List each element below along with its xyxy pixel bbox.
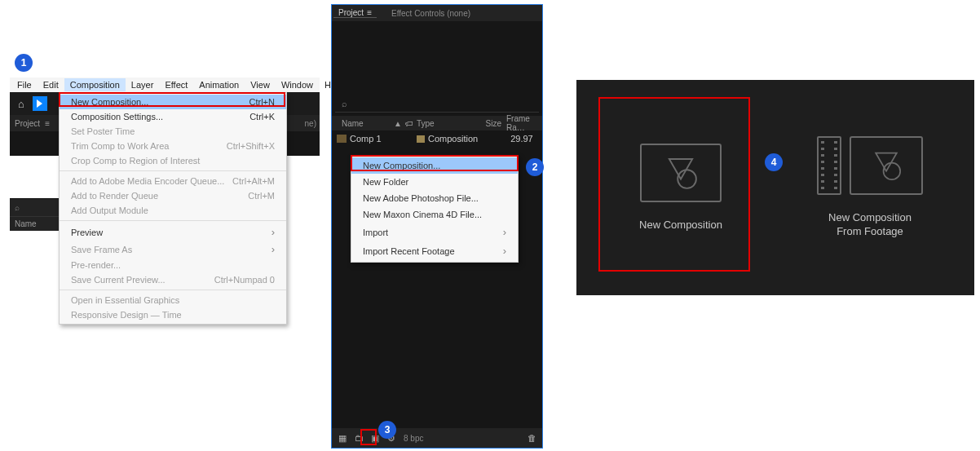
menuitem-shortcut: Ctrl+K bbox=[249, 112, 275, 122]
menuitem-label: Crop Comp to Region of Interest bbox=[71, 156, 200, 166]
menuitem-shortcut: Ctrl+N bbox=[249, 97, 275, 107]
item-frame-rate: 29.97 bbox=[505, 134, 537, 144]
card-label: New Composition From Footage bbox=[828, 211, 912, 239]
ctx-new-folder[interactable]: New Folder bbox=[351, 174, 518, 190]
card-new-composition[interactable]: New Composition bbox=[609, 108, 753, 268]
menuitem-label: New Adobe Photoshop File... bbox=[363, 193, 479, 203]
menuitem-preview[interactable]: Preview bbox=[60, 223, 286, 241]
col-size[interactable]: Size bbox=[474, 119, 501, 128]
label-column-icon[interactable]: 🏷 bbox=[405, 119, 417, 128]
label-line1: New Composition bbox=[828, 211, 912, 223]
card-new-composition-from-footage[interactable]: New Composition From Footage bbox=[798, 108, 942, 268]
panel-composition-menu: File Edit Composition Layer Effect Anima… bbox=[10, 77, 320, 156]
project-column-name[interactable]: Name bbox=[10, 216, 59, 231]
menuitem-label: Preview bbox=[71, 228, 103, 237]
svg-marker-0 bbox=[669, 159, 692, 179]
menuitem-label: Responsive Design — Time bbox=[71, 310, 182, 320]
menuitem-label: Add to Render Queue bbox=[71, 191, 158, 201]
sort-asc-icon[interactable]: ▲ bbox=[394, 119, 405, 128]
ctx-import[interactable]: Import bbox=[351, 223, 518, 241]
new-folder-icon[interactable]: 🗀 bbox=[351, 431, 366, 445]
menuitem-label: Import Recent Footage bbox=[363, 246, 455, 256]
menu-composition[interactable]: Composition bbox=[64, 78, 126, 91]
menuitem-crop-comp: Crop Comp to Region of Interest bbox=[60, 153, 286, 168]
project-search[interactable]: ⌕ bbox=[10, 198, 59, 216]
menuitem-shortcut: Ctrl+M bbox=[248, 191, 275, 201]
menu-separator bbox=[60, 170, 286, 171]
item-name: Comp 1 bbox=[350, 134, 382, 144]
item-type: Composition bbox=[428, 134, 478, 144]
tab-project[interactable]: Project bbox=[338, 8, 364, 17]
col-frame-rate[interactable]: Frame Ra… bbox=[501, 114, 537, 132]
menu-separator bbox=[60, 290, 286, 290]
menuitem-label: Set Poster Time bbox=[71, 126, 135, 136]
tabbar-remainder: ne) bbox=[287, 115, 320, 131]
step-badge-4: 4 bbox=[765, 153, 783, 171]
menuitem-label: Add Output Module bbox=[71, 206, 148, 215]
menuitem-ame-queue: Add to Adobe Media Encoder Queue...Ctrl+… bbox=[60, 174, 286, 188]
menu-effect[interactable]: Effect bbox=[159, 78, 193, 91]
submenu-arrow-icon bbox=[271, 226, 275, 238]
panel-menu-icon[interactable]: ≡ bbox=[45, 119, 49, 128]
app-menubar: File Edit Composition Layer Effect Anima… bbox=[10, 77, 320, 92]
menuitem-essential-graphics: Open in Essential Graphics bbox=[60, 293, 286, 307]
ctx-new-photoshop[interactable]: New Adobe Photoshop File... bbox=[351, 190, 518, 206]
play-icon[interactable] bbox=[33, 96, 47, 111]
submenu-arrow-icon bbox=[271, 243, 275, 255]
menuitem-label: Composition Settings... bbox=[71, 112, 163, 122]
project-search[interactable]: ⌕ bbox=[335, 95, 539, 113]
project-column-header: Name ▲ 🏷 Type Size Frame Ra… bbox=[332, 116, 542, 130]
menuitem-shortcut: Ctrl+Alt+M bbox=[232, 176, 275, 186]
submenu-arrow-icon bbox=[503, 226, 506, 238]
ctx-import-recent[interactable]: Import Recent Footage bbox=[351, 241, 518, 260]
menu-window[interactable]: Window bbox=[276, 78, 319, 91]
interpret-footage-icon[interactable]: ▦ bbox=[335, 431, 350, 445]
svg-marker-2 bbox=[876, 153, 897, 171]
tab-effect-controls[interactable]: Effect Controls (none) bbox=[391, 9, 470, 18]
col-name[interactable]: Name bbox=[337, 119, 394, 128]
ctx-new-composition[interactable]: New Composition... bbox=[351, 157, 518, 174]
delete-icon[interactable]: 🗑 bbox=[524, 431, 539, 445]
menuitem-save-frame-as: Save Frame As bbox=[60, 241, 286, 258]
menuitem-composition-settings[interactable]: Composition Settings... Ctrl+K bbox=[60, 109, 286, 124]
submenu-arrow-icon bbox=[503, 245, 506, 257]
project-tab[interactable]: Project bbox=[15, 119, 40, 128]
home-icon[interactable]: ⌂ bbox=[13, 96, 29, 112]
menuitem-responsive-design: Responsive Design — Time bbox=[60, 307, 286, 322]
menu-layer[interactable]: Layer bbox=[126, 78, 160, 91]
col-type[interactable]: Type bbox=[417, 119, 474, 128]
menu-edit[interactable]: Edit bbox=[38, 78, 64, 91]
project-tabs: Project≡ Effect Controls (none) bbox=[332, 5, 542, 21]
filmstrip-icon bbox=[817, 136, 841, 195]
toolbar-remainder bbox=[287, 92, 320, 115]
new-composition-art bbox=[640, 144, 722, 202]
menuitem-label: Pre-render... bbox=[71, 260, 121, 270]
menuitem-label: New Composition... bbox=[363, 161, 440, 170]
label-line2: From Footage bbox=[837, 225, 903, 237]
menuitem-label: New Folder bbox=[363, 177, 408, 187]
composition-dropdown: New Composition... Ctrl+N Composition Se… bbox=[59, 92, 287, 325]
from-footage-art bbox=[817, 136, 923, 195]
project-thumbnail-area bbox=[332, 21, 542, 95]
step-badge-3: 3 bbox=[378, 421, 396, 439]
search-icon: ⌕ bbox=[15, 203, 20, 212]
menu-separator bbox=[60, 220, 286, 221]
menuitem-label: Open in Essential Graphics bbox=[71, 295, 179, 305]
search-icon: ⌕ bbox=[342, 99, 347, 108]
menu-file[interactable]: File bbox=[11, 78, 38, 91]
panel-menu-icon[interactable]: ≡ bbox=[367, 8, 372, 17]
ctx-new-c4d[interactable]: New Maxon Cinema 4D File... bbox=[351, 206, 518, 223]
menu-animation[interactable]: Animation bbox=[193, 78, 245, 91]
step-badge-2: 2 bbox=[526, 158, 544, 176]
menuitem-save-current-preview: Save Current Preview...Ctrl+Numpad 0 bbox=[60, 272, 286, 287]
menuitem-label: Import bbox=[363, 228, 388, 237]
step-badge-1: 1 bbox=[15, 54, 33, 72]
project-item-row[interactable]: Comp 1 Composition 29.97 bbox=[332, 130, 542, 147]
bpc-indicator[interactable]: 8 bpc bbox=[404, 434, 423, 443]
menuitem-shortcut: Ctrl+Shift+X bbox=[227, 141, 275, 151]
project-context-menu: New Composition... New Folder New Adobe … bbox=[351, 155, 519, 263]
composition-icon bbox=[337, 135, 347, 143]
menu-view[interactable]: View bbox=[245, 78, 276, 91]
menuitem-new-composition[interactable]: New Composition... Ctrl+N bbox=[60, 95, 286, 109]
menuitem-pre-render: Pre-render... bbox=[60, 258, 286, 272]
